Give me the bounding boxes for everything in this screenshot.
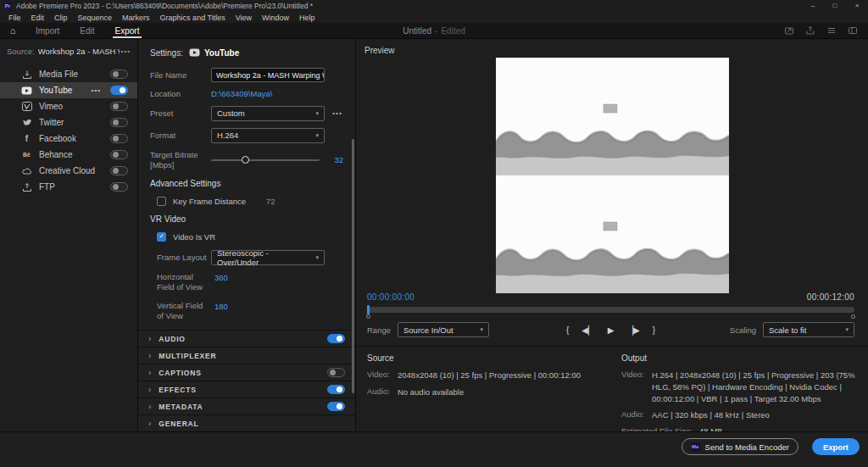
panel-layout-icon[interactable] (848, 25, 858, 36)
menu-graphics-and-titles[interactable]: Graphics and Titles (155, 14, 231, 22)
source-sequence-name: Workshop 2a - MASH Warping Wall... (38, 47, 120, 56)
section-effects[interactable]: › EFFECTS (138, 381, 355, 398)
menu-window[interactable]: Window (257, 14, 294, 22)
vertical-fov-value[interactable]: 180 (214, 302, 228, 311)
key-frame-distance-label: Key Frame Distance (173, 197, 246, 206)
section-label: CAPTIONS (159, 369, 327, 377)
section-general[interactable]: › GENERAL (138, 414, 355, 431)
creative-cloud-toggle[interactable] (110, 166, 128, 175)
settings-scrollbar[interactable] (352, 139, 354, 393)
menu-sequence[interactable]: Sequence (73, 14, 118, 22)
ftp-icon (21, 181, 32, 192)
chevron-right-icon: › (148, 419, 151, 428)
play-icon[interactable]: ▶ (608, 325, 615, 335)
menu-help[interactable]: Help (294, 14, 320, 22)
export-button[interactable]: Export (812, 438, 860, 455)
twitter-toggle[interactable] (110, 118, 128, 127)
tab-export[interactable]: Export (105, 23, 150, 38)
mark-out-button[interactable]: } (653, 325, 655, 335)
target-bitrate-slider[interactable] (211, 154, 320, 166)
captions-toggle[interactable] (327, 368, 345, 377)
destination-ftp[interactable]: FTP (0, 179, 137, 195)
range-select[interactable]: Source In/Out ▾ (398, 322, 489, 337)
step-back-icon[interactable]: ◀▏ (581, 325, 594, 335)
menu-markers[interactable]: Markers (117, 14, 155, 22)
section-metadata[interactable]: › METADATA (138, 398, 355, 414)
metadata-toggle[interactable] (327, 402, 345, 411)
destination-facebook[interactable]: f Facebook (0, 131, 137, 147)
quick-export-icon[interactable] (784, 25, 794, 36)
ftp-toggle[interactable] (110, 182, 128, 192)
source-more-button[interactable]: ••• (120, 47, 132, 55)
media-file-icon (21, 69, 32, 80)
menu-edit[interactable]: Edit (26, 14, 50, 22)
format-select[interactable]: H.264 ▾ (211, 128, 325, 143)
section-captions[interactable]: › CAPTIONS (138, 364, 355, 381)
mark-in-button[interactable]: { (566, 325, 569, 335)
destination-vimeo[interactable]: Vimeo (0, 98, 137, 114)
destination-twitter[interactable]: Twitter (0, 114, 137, 131)
horizontal-fov-label: Horizontal Field of View (157, 272, 206, 293)
tab-import[interactable]: Import (25, 23, 70, 38)
target-bitrate-value[interactable]: 32 (328, 155, 343, 164)
video-is-vr-checkbox[interactable] (157, 232, 166, 242)
in-point-handle[interactable] (366, 314, 370, 319)
preview-panel: Preview (356, 39, 868, 431)
behance-toggle[interactable] (110, 150, 128, 159)
frame-layout-select[interactable]: Stereoscopic - Over/Under ▾ (211, 250, 325, 265)
menu-file[interactable]: File (3, 14, 26, 22)
workspaces-icon[interactable] (826, 25, 837, 36)
destination-label: Facebook (39, 134, 103, 143)
audio-toggle[interactable] (327, 334, 345, 343)
destination-creative-cloud[interactable]: Creative Cloud (0, 163, 137, 179)
preset-select[interactable]: Custom ▾ (211, 106, 325, 121)
current-timecode[interactable]: 00:00:00:00 (367, 292, 415, 302)
output-video-value: H.264 | 2048x2048 (10) | 25 fps | Progre… (652, 370, 861, 404)
effects-toggle[interactable] (327, 385, 345, 394)
destination-youtube[interactable]: YouTube ••• (0, 82, 137, 98)
media-file-toggle[interactable] (110, 69, 128, 79)
minimize-button[interactable]: – (802, 0, 824, 12)
creative-cloud-icon (21, 165, 32, 176)
out-point-handle[interactable] (851, 314, 855, 319)
home-button[interactable]: ⌂ (0, 23, 25, 38)
facebook-icon: f (21, 133, 32, 144)
titlebar: Pr Adobe Premiere Pro 2023 - C:\Users\86… (0, 0, 868, 12)
menu-view[interactable]: View (231, 14, 257, 22)
tab-edit[interactable]: Edit (70, 23, 104, 38)
step-forward-icon[interactable]: ▕▶ (626, 325, 639, 335)
youtube-more-button[interactable]: ••• (92, 86, 101, 94)
vimeo-toggle[interactable] (110, 102, 128, 111)
playhead[interactable] (367, 305, 370, 314)
key-frame-distance-checkbox[interactable] (157, 197, 166, 206)
section-audio[interactable]: › AUDIO (138, 330, 355, 347)
horizontal-fov-value[interactable]: 360 (214, 273, 228, 282)
source-label: Source: (7, 47, 35, 56)
format-row: Format H.264 ▾ (150, 128, 343, 143)
menu-clip[interactable]: Clip (49, 14, 73, 22)
media-encoder-icon: Me (691, 442, 700, 452)
destination-label: Behance (39, 150, 103, 159)
destination-label: Media File (39, 69, 103, 79)
timeline-scrubber[interactable] (367, 307, 854, 313)
file-name-input[interactable]: Workshop 2a - MASH Warping Wall Effect_1 (211, 68, 325, 82)
facebook-toggle[interactable] (110, 134, 128, 143)
location-link[interactable]: D:\663409\Maya\ (211, 89, 272, 98)
source-info: Source Video: 2048x2048 (10) | 25 fps | … (367, 353, 617, 403)
destination-label: FTP (39, 182, 103, 192)
share-icon[interactable] (805, 25, 815, 36)
maximize-button[interactable]: □ (824, 0, 846, 12)
slider-handle[interactable] (242, 156, 249, 164)
preset-more-button[interactable]: ••• (331, 109, 343, 117)
destination-media-file[interactable]: Media File (0, 66, 137, 82)
destination-behance[interactable]: Bē Behance (0, 147, 137, 163)
section-multiplexer[interactable]: › MULTIPLEXER (138, 347, 355, 364)
audio-label: Audio: (367, 386, 398, 398)
send-to-media-encoder-button[interactable]: Me Send to Media Encoder (682, 438, 798, 455)
section-label: EFFECTS (159, 386, 327, 394)
youtube-toggle[interactable] (110, 86, 128, 95)
close-button[interactable]: × (846, 0, 868, 12)
source-info-heading: Source (367, 353, 617, 363)
scaling-select[interactable]: Scale to fit ▾ (763, 322, 854, 337)
destination-label: YouTube (39, 86, 85, 95)
